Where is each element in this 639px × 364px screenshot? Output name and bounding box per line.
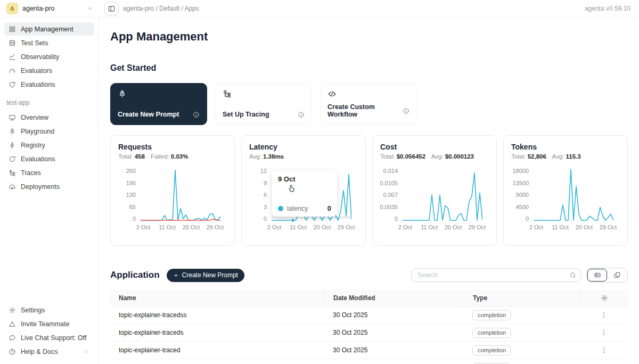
table-view-button[interactable]	[587, 269, 607, 282]
row-menu-icon[interactable]	[600, 328, 608, 337]
y-axis-tick: 260	[126, 168, 136, 174]
row-menu-icon[interactable]	[600, 346, 608, 354]
table-row[interactable]: topic-explainer-tracedss 30 Oct 2025 com…	[110, 307, 628, 324]
y-axis: 0.0140.01050.0070.00350	[380, 168, 403, 222]
x-axis-tick: 29 Oct	[207, 224, 224, 230]
table-row[interactable]: topic-explainer-traced 30 Oct 2025 compl…	[110, 342, 628, 359]
sidebar-item-deployments[interactable]: Deployments	[4, 180, 94, 193]
sidebar-item-settings[interactable]: Settings	[4, 303, 94, 317]
stat-label: Avg:	[552, 153, 564, 160]
sidebar-item-help-docs[interactable]: Help & Docs	[4, 345, 94, 358]
sidebar-item-observability[interactable]: Observability	[4, 50, 94, 63]
stat-value: $0.056452	[397, 153, 425, 160]
sidebar: App Management Test Sets Observability E…	[0, 18, 99, 364]
stat-label: Total:	[118, 153, 133, 160]
row-menu-icon[interactable]	[600, 311, 608, 319]
y-axis: 1800013500900045000	[511, 168, 534, 222]
y-axis-tick: 13500	[512, 180, 529, 186]
app-date-modified: 30 Oct 2025	[324, 346, 464, 354]
sidebar-item-traces[interactable]: Traces	[4, 166, 94, 179]
chart-stats: Total: 52,806 Avg: 115.3	[511, 153, 620, 160]
sidebar-item-registry[interactable]: Registry	[4, 138, 94, 152]
get-started-card-create-new-prompt[interactable]: Create New Prompt	[110, 83, 207, 125]
hover-point-marker	[291, 219, 295, 222]
x-axis-tick: 20 Oct	[576, 224, 593, 230]
sidebar-item-evaluations[interactable]: Evaluations	[4, 78, 94, 91]
get-started-card-create-custom-workflow[interactable]: Create Custom Workflow	[320, 83, 417, 125]
column-header-type[interactable]: Type	[464, 290, 580, 306]
gauge-icon	[9, 67, 16, 75]
sidebar-item-label: Observability	[21, 53, 59, 61]
x-axis-tick: 2 Oct	[529, 224, 543, 230]
y-axis-tick: 9000	[516, 192, 529, 198]
create-new-prompt-button[interactable]: Create New Prompt	[167, 269, 244, 282]
sidebar-item-playground[interactable]: Playground	[4, 125, 94, 138]
triangle-icon	[9, 320, 16, 328]
sidebar-item-live-chat-support-off[interactable]: Live Chat Support: Off	[4, 331, 94, 344]
get-started-card-set-up-tracing[interactable]: Set Up Tracing	[215, 83, 312, 125]
stat-value: $0.000123	[445, 153, 474, 160]
stat-value: 458	[135, 153, 145, 160]
monitor-icon	[9, 114, 16, 121]
sidebar-app-section-title: test-app	[4, 92, 94, 111]
info-icon	[298, 111, 305, 118]
chart-stats: Total: 458 Failed: 0.03%	[118, 153, 227, 160]
table-header: Name Date Modified Type	[110, 290, 628, 307]
gear-icon	[9, 307, 16, 314]
sidebar-toggle-button[interactable]	[104, 2, 119, 16]
search-input[interactable]	[411, 268, 581, 282]
branch-icon	[9, 169, 16, 177]
breadcrumb[interactable]: agenta-pro / Default / Apps	[123, 5, 199, 12]
x-axis: 2 Oct11 Oct20 Oct29 Oct	[141, 224, 220, 231]
workspace-switcher[interactable]: A agenta-pro	[0, 3, 99, 14]
y-axis-tick: 65	[129, 204, 136, 210]
sidebar-item-label: Playground	[21, 128, 54, 135]
sidebar-item-test-sets[interactable]: Test Sets	[4, 36, 94, 49]
app-date-modified: 30 Oct 2025	[324, 329, 464, 336]
chart-title: Requests	[118, 143, 227, 151]
x-axis-tick: 20 Oct	[445, 224, 462, 230]
x-axis-tick: 11 Oct	[421, 224, 438, 230]
column-settings-gear-icon[interactable]	[601, 294, 608, 302]
rocket-icon	[118, 89, 127, 98]
get-started-cards: Create New Prompt Set Up Tracing Create …	[110, 83, 628, 125]
sidebar-item-label: Settings	[21, 307, 45, 314]
observability-icon	[9, 53, 16, 61]
column-header-date[interactable]: Date Modified	[324, 290, 464, 306]
table-row[interactable]: topic-explainer-traceds 30 Oct 2025 comp…	[110, 324, 628, 342]
chat-icon	[9, 334, 16, 342]
application-header: Application Create New Prompt	[110, 268, 628, 283]
y-axis-tick: 0	[133, 216, 136, 222]
stat-value: 0.03%	[171, 153, 189, 160]
x-axis-tick: 2 Oct	[398, 224, 412, 230]
sidebar-item-label: Traces	[21, 169, 41, 177]
metric-charts: RequestsTotal: 458 Failed: 0.03%26019513…	[110, 135, 628, 246]
app-name: topic-explainer-traceds	[110, 329, 324, 336]
sidebar-item-invite-teammate[interactable]: Invite Teammate	[4, 317, 94, 330]
x-axis: 2 Oct11 Oct20 Oct29 Oct	[534, 224, 613, 231]
requests-chart-card: RequestsTotal: 458 Failed: 0.03%26019513…	[110, 135, 235, 246]
line-chart	[534, 168, 613, 222]
column-header-name[interactable]: Name	[110, 290, 324, 306]
sidebar-item-app-management[interactable]: App Management	[4, 22, 94, 36]
cost-chart-card: CostTotal: $0.056452 Avg: $0.0001230.014…	[372, 135, 497, 246]
stat-label: Avg:	[431, 153, 444, 160]
info-icon	[403, 107, 409, 114]
y-axis-tick: 0	[395, 216, 398, 222]
sidebar-item-evaluators[interactable]: Evaluators	[4, 64, 94, 77]
series-dot	[278, 206, 283, 211]
app-type-badge: completion	[472, 310, 511, 320]
y-axis-tick: 3	[264, 204, 267, 210]
get-started-card-label: Create Custom Workflow	[327, 103, 403, 118]
search-icon[interactable]	[569, 271, 577, 279]
info-icon	[193, 111, 200, 118]
sidebar-item-evaluations[interactable]: Evaluations	[4, 152, 94, 166]
table-row[interactable]: career-assessment 27 Oct 2025 completion	[110, 359, 628, 364]
sidebar-item-label: Evaluations	[21, 81, 55, 88]
card-view-button[interactable]	[607, 269, 627, 282]
application-title: Application	[110, 270, 160, 280]
stat-value: 52,806	[528, 153, 546, 160]
x-axis-tick: 11 Oct	[159, 224, 176, 230]
sidebar-item-overview[interactable]: Overview	[4, 111, 94, 124]
y-axis: 260195130650	[118, 168, 141, 222]
